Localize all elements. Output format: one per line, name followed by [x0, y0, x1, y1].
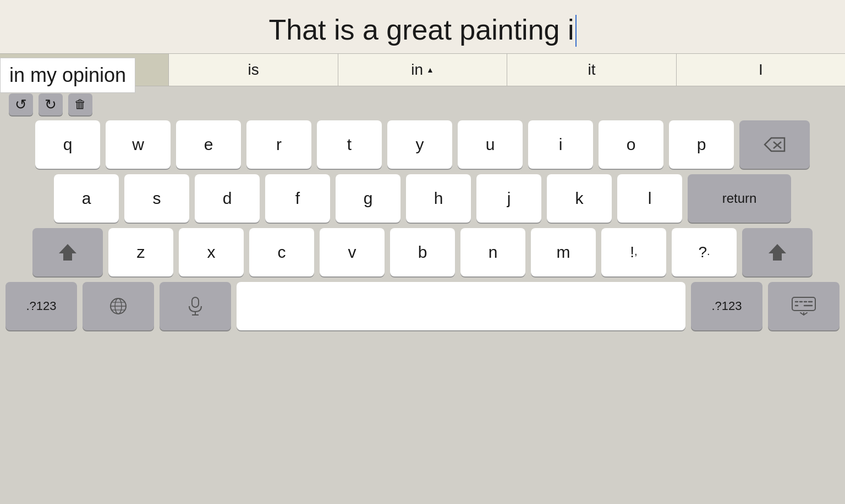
key-g[interactable]: g	[336, 174, 400, 223]
svg-rect-12	[792, 297, 815, 311]
hide-keyboard-icon	[791, 296, 816, 316]
text-area-region: That is a great painting i in my opinion	[0, 0, 845, 53]
key-i[interactable]: i	[528, 120, 593, 169]
undo-button[interactable]: ↺	[9, 93, 33, 115]
keyboard-row-1: q w e r t y u i o p	[3, 120, 842, 169]
key-o[interactable]: o	[599, 120, 663, 169]
key-f[interactable]: f	[265, 174, 330, 223]
key-w[interactable]: w	[106, 120, 171, 169]
autocomplete-label-I: I	[759, 61, 763, 79]
comma-bottom: ,	[634, 246, 638, 257]
period-bottom: .	[707, 246, 710, 257]
autocomplete-item-it[interactable]: it	[507, 54, 676, 86]
suggestion-text: in my opinion	[9, 64, 126, 86]
redo-button[interactable]: ↻	[39, 93, 63, 115]
mic-icon	[187, 296, 204, 316]
key-q[interactable]: q	[35, 120, 100, 169]
key-u[interactable]: u	[458, 120, 523, 169]
key-s[interactable]: s	[124, 174, 189, 223]
return-key[interactable]: return	[688, 174, 791, 223]
shift-right-key[interactable]	[742, 228, 813, 276]
shift-left-key[interactable]	[32, 228, 103, 276]
key-e[interactable]: e	[176, 120, 241, 169]
key-m[interactable]: m	[531, 228, 596, 276]
typed-text-content: That is a great painting i	[269, 14, 574, 46]
exclamation-top: !	[630, 245, 634, 260]
key-a[interactable]: a	[54, 174, 119, 223]
key-v[interactable]: v	[320, 228, 385, 276]
key-j[interactable]: j	[476, 174, 541, 223]
keyboard-row-2: a s d f g h j k l return	[3, 174, 842, 223]
key-y[interactable]: y	[387, 120, 452, 169]
numeric-right-key[interactable]: .?123	[691, 282, 762, 330]
clipboard-icon: 🗑	[74, 97, 86, 112]
key-question[interactable]: ? .	[672, 228, 737, 276]
shift-left-icon	[58, 242, 78, 262]
numeric-left-key[interactable]: .?123	[6, 282, 77, 330]
globe-key[interactable]	[83, 282, 154, 330]
key-t[interactable]: t	[317, 120, 382, 169]
autocomplete-item-in[interactable]: in ▲	[338, 54, 507, 86]
backspace-icon	[764, 137, 786, 152]
svg-rect-9	[192, 297, 199, 307]
svg-marker-2	[59, 244, 76, 261]
question-top: ?	[698, 245, 707, 260]
text-cursor	[575, 15, 577, 47]
autocomplete-item-is[interactable]: is	[169, 54, 338, 86]
shift-right-icon	[767, 242, 787, 262]
space-key[interactable]	[237, 282, 685, 330]
autocomplete-label-in: in	[411, 61, 423, 79]
key-h[interactable]: h	[406, 174, 471, 223]
autocomplete-label-it: it	[588, 61, 595, 79]
clipboard-button[interactable]: 🗑	[68, 93, 92, 115]
autocomplete-item-I[interactable]: I	[677, 54, 845, 86]
key-c[interactable]: c	[249, 228, 314, 276]
globe-icon	[108, 296, 128, 316]
key-l[interactable]: l	[617, 174, 682, 223]
redo-icon: ↻	[45, 96, 57, 113]
backspace-key[interactable]	[739, 120, 810, 169]
mic-key[interactable]	[160, 282, 231, 330]
key-n[interactable]: n	[460, 228, 525, 276]
keyboard-row-3: z x c v b n m ! , ? .	[3, 228, 842, 276]
key-p[interactable]: p	[669, 120, 734, 169]
key-z[interactable]: z	[108, 228, 173, 276]
autocomplete-label-is: is	[248, 61, 259, 79]
undo-icon: ↺	[15, 96, 27, 113]
key-r[interactable]: r	[246, 120, 311, 169]
key-b[interactable]: b	[390, 228, 455, 276]
key-exclamation[interactable]: ! ,	[601, 228, 666, 276]
expand-arrow-icon: ▲	[426, 65, 434, 74]
keyboard-area: q w e r t y u i o p a s d f g h j k l re…	[0, 120, 845, 504]
key-x[interactable]: x	[179, 228, 244, 276]
key-k[interactable]: k	[547, 174, 612, 223]
typed-text[interactable]: That is a great painting i	[0, 13, 845, 53]
hide-keyboard-key[interactable]	[768, 282, 839, 330]
key-d[interactable]: d	[195, 174, 260, 223]
suggestion-box[interactable]: in my opinion	[0, 58, 135, 93]
keyboard-row-4: .?123 .?123	[3, 282, 842, 330]
svg-marker-3	[769, 244, 786, 261]
